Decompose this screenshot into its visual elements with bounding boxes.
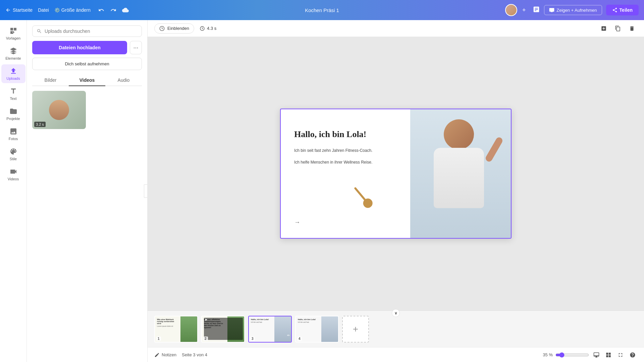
undo-button[interactable] xyxy=(96,5,107,15)
slide-body1: Ich bin seit fast zehn Jahren Fitness-Co… xyxy=(294,147,405,154)
sidebar-item-text[interactable]: Text xyxy=(1,84,25,103)
slide-text-area: Hallo, ich bin Lola! Ich bin seit fast z… xyxy=(294,129,405,171)
topbar-right: + Zeigen + Aufnehmen Teilen xyxy=(505,4,639,16)
cloud-save-button[interactable] xyxy=(120,5,131,15)
einblenden-button[interactable]: Einblenden xyxy=(154,23,194,34)
undo-redo-group xyxy=(96,5,131,15)
slide-image xyxy=(410,109,511,238)
fullscreen-button[interactable] xyxy=(616,350,625,360)
delete-button[interactable] xyxy=(627,23,637,34)
bottom-bar: Notizen Seite 3 von 4 35 % xyxy=(148,347,644,362)
tab-audio[interactable]: Audio xyxy=(105,75,142,86)
search-input[interactable] xyxy=(45,28,138,34)
thumb-number-1: 1 xyxy=(156,337,161,341)
sidebar-item-videos[interactable]: Videos xyxy=(1,165,25,184)
topbar-center: Kochen Präsi 1 xyxy=(305,7,339,13)
tab-videos[interactable]: Videos xyxy=(69,75,105,86)
avatar-area[interactable]: + xyxy=(505,4,529,16)
collapse-panel-button[interactable]: ∨ xyxy=(392,309,400,317)
slide-arrow: → xyxy=(294,219,300,226)
copy-button[interactable] xyxy=(612,23,623,34)
notes-button[interactable]: Notizen xyxy=(154,352,176,358)
file-menu[interactable]: Datei xyxy=(38,7,49,13)
topbar-left: Startseite Datei ⚙️ Größe ändern xyxy=(5,5,501,15)
canvas-toolbar-right xyxy=(598,23,637,34)
page-info: Seite 3 von 4 xyxy=(182,352,207,357)
size-button[interactable]: ⚙️ Größe ändern xyxy=(54,7,91,13)
slide-canvas[interactable]: Hallo, ich bin Lola! Ich bin seit fast z… xyxy=(280,109,512,239)
home-button[interactable]: Startseite xyxy=(5,7,33,13)
slide-body2: Ich helfe Menschen in ihrer Wellness Rei… xyxy=(294,159,405,166)
redo-button[interactable] xyxy=(108,5,119,15)
upload-button[interactable]: Dateien hochladen xyxy=(32,41,127,54)
present-button[interactable]: Zeigen + Aufnehmen xyxy=(544,5,602,15)
add-slide-button[interactable]: + xyxy=(342,316,369,343)
more-options-button[interactable]: ··· xyxy=(130,41,142,54)
main-layout: Vorlagen Elemente Uploads Text Projekte … xyxy=(0,20,644,362)
view-icons xyxy=(592,350,637,360)
video-thumbnail-1[interactable]: 3.2 s xyxy=(32,91,86,129)
thumbnail-3[interactable]: Hallo, ich bin Lola! Ich bin seit fast 3… xyxy=(248,316,292,343)
sidebar-item-stile[interactable]: Stile xyxy=(1,145,25,164)
thumbnail-1[interactable]: Wie eine Mahlzeit richtig vorbereitet wi… xyxy=(154,316,198,343)
upload-row: Dateien hochladen ··· xyxy=(32,41,142,54)
hide-panel-button[interactable]: ‹ xyxy=(144,184,148,198)
add-collaborator-button[interactable]: + xyxy=(519,5,529,15)
video-grid: 3.2 s xyxy=(32,91,142,129)
thumbnail-2[interactable]: Besser, effektive Zeiteinsparungen techn… xyxy=(201,316,245,343)
add-element-button[interactable] xyxy=(598,23,609,34)
sidebar-item-projekte[interactable]: Projekte xyxy=(1,105,25,123)
analytics-button[interactable] xyxy=(533,6,540,14)
slide-title: Hallo, ich bin Lola! xyxy=(294,129,405,139)
topbar: Startseite Datei ⚙️ Größe ändern Kochen … xyxy=(0,0,644,20)
record-button[interactable]: Dich selbst aufnehmen xyxy=(32,58,142,70)
zoom-area: 35 % xyxy=(543,350,637,360)
grid-view-button[interactable] xyxy=(604,350,613,360)
svg-rect-3 xyxy=(354,187,366,201)
search-box xyxy=(32,25,142,37)
timer-button[interactable]: 4.3 s xyxy=(200,26,216,31)
sidebar-item-elemente[interactable]: Elemente xyxy=(1,44,25,63)
canvas-toolbar: Einblenden 4.3 s xyxy=(148,20,644,37)
desktop-view-button[interactable] xyxy=(592,350,601,360)
tab-bilder[interactable]: Bilder xyxy=(32,75,69,86)
project-title: Kochen Präsi 1 xyxy=(305,7,339,13)
thumb-number-3: 3 xyxy=(250,337,255,341)
thumb-number-2: 2 xyxy=(203,337,208,341)
slide-spoon-decoration xyxy=(350,181,376,216)
zoom-slider[interactable] xyxy=(555,352,589,358)
sidebar: Vorlagen Elemente Uploads Text Projekte … xyxy=(0,20,27,362)
media-tabs: Bilder Videos Audio xyxy=(32,75,142,86)
thumbnail-4[interactable]: Hallo, ich bin Lola! Ich bin seit fast 4 xyxy=(295,316,339,343)
sidebar-item-vorlagen[interactable]: Vorlagen xyxy=(1,24,25,43)
share-button[interactable]: Teilen xyxy=(606,5,639,15)
canvas-area: Einblenden 4.3 s xyxy=(148,20,644,362)
help-button[interactable] xyxy=(628,350,637,360)
slide-wrapper: Hallo, ich bin Lola! Ich bin seit fast z… xyxy=(148,37,644,310)
sidebar-item-uploads[interactable]: Uploads xyxy=(1,64,25,83)
sidebar-item-fotos[interactable]: Fotos xyxy=(1,125,25,143)
avatar xyxy=(505,4,517,16)
zoom-label: 35 % xyxy=(543,352,553,357)
thumb-number-4: 4 xyxy=(297,337,302,341)
left-panel: Dateien hochladen ··· Dich selbst aufneh… xyxy=(27,20,148,362)
video-duration-1: 3.2 s xyxy=(34,122,46,127)
